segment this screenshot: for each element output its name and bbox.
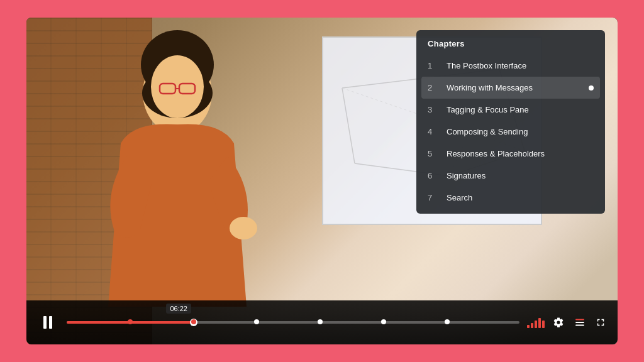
chapter-num-0: 1 bbox=[428, 61, 440, 70]
volume-bar-4 bbox=[542, 321, 545, 328]
right-controls bbox=[527, 315, 608, 330]
chapter-title-2: Tagging & Focus Pane bbox=[447, 105, 594, 114]
settings-button[interactable] bbox=[551, 315, 566, 330]
volume-indicator[interactable] bbox=[527, 317, 545, 328]
chapter-title-4: Responses & Placeholders bbox=[447, 149, 594, 158]
chapter-title-6: Search bbox=[447, 193, 594, 202]
video-player: Chapters 1The Postbox Interface2Working … bbox=[26, 18, 618, 344]
chapter-item-2[interactable]: 3Tagging & Focus Pane bbox=[416, 99, 605, 121]
chapter-item-3[interactable]: 4Composing & Sending bbox=[416, 121, 605, 143]
volume-bar-0 bbox=[527, 325, 530, 328]
pause-button[interactable] bbox=[36, 311, 59, 334]
fullscreen-button[interactable] bbox=[594, 315, 608, 329]
volume-bar-3 bbox=[538, 318, 541, 328]
progress-dot-1 bbox=[191, 319, 196, 324]
time-tooltip: 06:22 bbox=[166, 304, 191, 314]
svg-point-14 bbox=[230, 217, 257, 239]
progress-dot-2 bbox=[254, 319, 259, 324]
chapters-panel: Chapters 1The Postbox Interface2Working … bbox=[416, 30, 605, 214]
chapter-num-3: 4 bbox=[428, 127, 440, 136]
chapter-title-5: Signatures bbox=[447, 171, 594, 180]
chapter-num-6: 7 bbox=[428, 193, 440, 202]
chapter-num-5: 6 bbox=[428, 171, 440, 180]
progress-dot-0 bbox=[128, 319, 133, 324]
controls-bar: 06:22 bbox=[26, 300, 618, 344]
chapter-item-1[interactable]: 2Working with Messages bbox=[421, 77, 600, 99]
chapter-active-dot bbox=[589, 85, 594, 90]
progress-dot-3 bbox=[318, 319, 323, 324]
chapter-num-2: 3 bbox=[428, 105, 440, 114]
volume-bar-1 bbox=[531, 323, 533, 328]
chapter-title-1: Working with Messages bbox=[447, 83, 584, 92]
svg-line-2 bbox=[342, 88, 355, 163]
progress-dot-5 bbox=[445, 319, 450, 324]
volume-bar-2 bbox=[535, 321, 537, 328]
progress-dot-4 bbox=[381, 319, 386, 324]
svg-point-10 bbox=[151, 55, 204, 118]
chapter-num-4: 5 bbox=[428, 149, 440, 158]
chapter-item-6[interactable]: 7Search bbox=[416, 187, 605, 209]
chapters-list: 1The Postbox Interface2Working with Mess… bbox=[416, 55, 605, 209]
chapter-item-4[interactable]: 5Responses & Placeholders bbox=[416, 143, 605, 165]
chapters-header: Chapters bbox=[416, 30, 605, 55]
chapter-item-0[interactable]: 1The Postbox Interface bbox=[416, 55, 605, 77]
progress-track[interactable] bbox=[67, 321, 519, 324]
chapter-item-5[interactable]: 6Signatures bbox=[416, 165, 605, 187]
chapter-title-0: The Postbox Interface bbox=[447, 61, 594, 70]
chapters-button[interactable] bbox=[572, 315, 587, 330]
progress-container: 06:22 bbox=[67, 321, 519, 324]
chapter-num-1: 2 bbox=[428, 83, 440, 92]
chapter-title-3: Composing & Sending bbox=[447, 127, 594, 136]
